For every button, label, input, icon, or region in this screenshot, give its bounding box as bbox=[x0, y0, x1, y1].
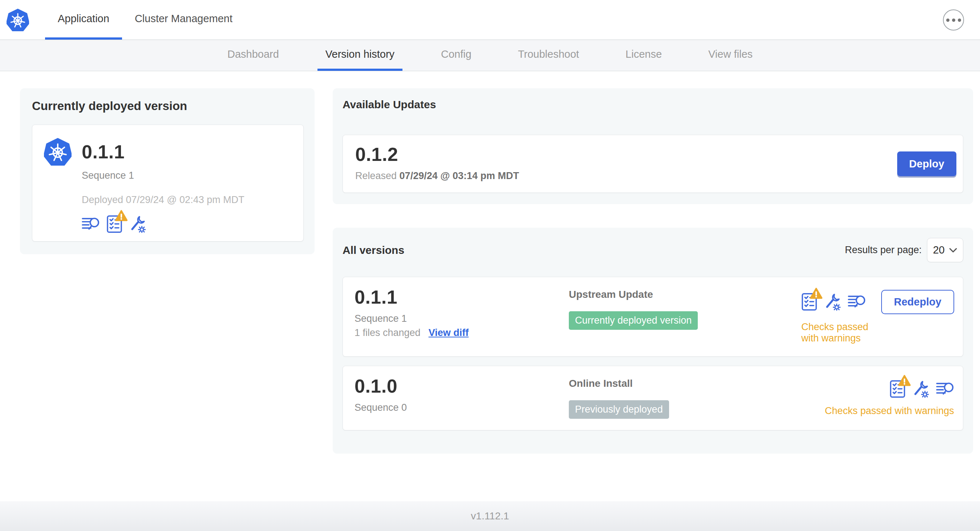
deploy-button[interactable]: Deploy bbox=[897, 151, 956, 176]
deployed-sequence: Sequence 1 bbox=[82, 170, 293, 181]
row-sequence: Sequence 0 bbox=[355, 402, 569, 413]
kubernetes-app-icon bbox=[44, 138, 72, 165]
version-source: Online Install bbox=[569, 378, 801, 390]
version-row: 0.1.1 Sequence 1 1 files changed View di… bbox=[342, 277, 963, 357]
deployed-timestamp: Deployed 07/29/24 @ 02:43 pm MDT bbox=[82, 194, 293, 205]
row-icon-row bbox=[889, 380, 954, 398]
app-subnav: Dashboard Version history Config Trouble… bbox=[0, 40, 980, 71]
warning-triangle-icon bbox=[810, 287, 823, 299]
release-notes-icon[interactable] bbox=[848, 294, 866, 310]
tab-application[interactable]: Application bbox=[45, 0, 122, 40]
row-icon-row: Redeploy bbox=[801, 290, 954, 314]
status-badge: Previously deployed bbox=[569, 400, 669, 419]
chevron-down-icon bbox=[949, 248, 957, 253]
checks-status-text: Checks passed with warnings bbox=[825, 405, 954, 417]
top-navbar: Application Cluster Management bbox=[0, 0, 980, 40]
preflight-checks-icon[interactable] bbox=[801, 293, 817, 311]
available-updates-card: Available Updates 0.1.2 Released 07/29/2… bbox=[333, 88, 973, 204]
update-released-timestamp: Released 07/29/24 @ 03:14 pm MDT bbox=[355, 170, 951, 181]
status-badge: Currently deployed version bbox=[569, 311, 698, 330]
row-version-number: 0.1.1 bbox=[355, 287, 569, 307]
row-sequence: Sequence 1 bbox=[355, 313, 569, 324]
tab-view-files[interactable]: View files bbox=[700, 40, 760, 71]
warning-triangle-icon bbox=[115, 210, 128, 221]
deployed-card-title: Currently deployed version bbox=[32, 99, 304, 113]
tab-config[interactable]: Config bbox=[433, 40, 479, 71]
version-source: Upstream Update bbox=[569, 289, 801, 300]
console-version: v1.112.1 bbox=[471, 510, 509, 522]
preflight-checks-icon[interactable] bbox=[889, 380, 905, 398]
results-per-page-label: Results per page: bbox=[845, 245, 922, 256]
tab-troubleshoot[interactable]: Troubleshoot bbox=[510, 40, 587, 71]
config-wrench-icon[interactable] bbox=[129, 215, 146, 233]
deployed-version-number: 0.1.1 bbox=[82, 142, 124, 162]
ellipsis-menu-icon bbox=[946, 19, 950, 22]
checks-status-text: Checks passed with warnings bbox=[801, 321, 881, 344]
kubernetes-logo bbox=[6, 9, 29, 31]
config-wrench-icon[interactable] bbox=[824, 293, 841, 310]
currently-deployed-card: Currently deployed version 0.1.1 Sequenc… bbox=[20, 88, 315, 254]
tab-cluster-management[interactable]: Cluster Management bbox=[122, 0, 245, 40]
deployed-version-panel: 0.1.1 Sequence 1 Deployed 07/29/24 @ 02:… bbox=[32, 125, 304, 242]
results-per-page: Results per page: 20 bbox=[845, 238, 963, 262]
tab-dashboard[interactable]: Dashboard bbox=[220, 40, 287, 71]
main-content: Currently deployed version 0.1.1 Sequenc… bbox=[0, 71, 980, 454]
app-footer: v1.112.1 bbox=[0, 501, 980, 531]
row-version-number: 0.1.0 bbox=[355, 376, 569, 396]
warning-triangle-icon bbox=[898, 374, 911, 386]
update-version-number: 0.1.2 bbox=[355, 145, 951, 165]
view-diff-link[interactable]: View diff bbox=[429, 327, 469, 339]
tab-license[interactable]: License bbox=[617, 40, 670, 71]
tab-version-history[interactable]: Version history bbox=[317, 40, 402, 71]
results-per-page-select[interactable]: 20 bbox=[927, 238, 963, 262]
app-tabs: Application Cluster Management bbox=[45, 0, 245, 40]
release-notes-icon[interactable] bbox=[936, 381, 954, 397]
all-versions-card: All versions Results per page: 20 0.1.1 … bbox=[333, 228, 973, 454]
files-changed: 1 files changed bbox=[355, 327, 421, 339]
version-row: 0.1.0 Sequence 0 Online Install Previous… bbox=[342, 366, 963, 431]
update-row: 0.1.2 Released 07/29/24 @ 03:14 pm MDT D… bbox=[342, 135, 963, 193]
available-updates-title: Available Updates bbox=[342, 99, 963, 111]
redeploy-button[interactable]: Redeploy bbox=[881, 290, 954, 314]
preflight-checks-icon[interactable] bbox=[107, 215, 123, 233]
all-versions-title: All versions bbox=[342, 244, 404, 256]
config-wrench-icon[interactable] bbox=[912, 380, 929, 398]
overflow-menu-button[interactable] bbox=[943, 10, 964, 30]
release-notes-icon[interactable] bbox=[82, 216, 100, 232]
deployed-icon-row bbox=[82, 215, 293, 233]
